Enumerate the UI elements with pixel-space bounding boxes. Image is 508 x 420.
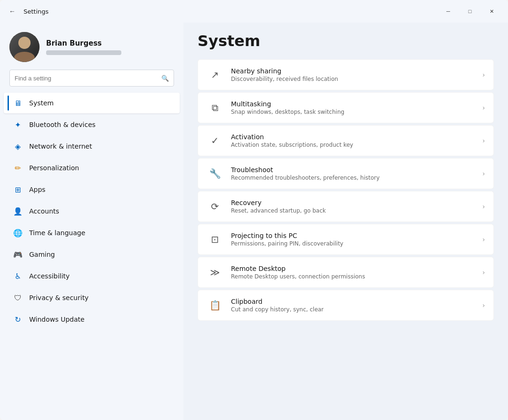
remote-desktop-text: Remote Desktop Remote Desktop users, con… bbox=[231, 265, 475, 280]
nav-apps[interactable]: ⊞ Apps bbox=[4, 179, 180, 200]
search-input[interactable] bbox=[15, 75, 158, 82]
user-info: Brian Burgess bbox=[46, 39, 121, 55]
remote-desktop-icon: ≫ bbox=[206, 264, 223, 281]
nav-icon-gaming: 🎮 bbox=[13, 250, 23, 259]
troubleshoot-title: Troubleshoot bbox=[231, 166, 475, 174]
setting-recovery[interactable]: ⟳ Recovery Reset, advanced startup, go b… bbox=[198, 191, 494, 222]
nearby-sharing-chevron: › bbox=[482, 71, 485, 79]
window-title: Settings bbox=[24, 8, 48, 15]
setting-remote-desktop[interactable]: ≫ Remote Desktop Remote Desktop users, c… bbox=[198, 257, 494, 288]
multitasking-chevron: › bbox=[482, 104, 485, 111]
activation-text: Activation Activation state, subscriptio… bbox=[231, 133, 475, 148]
remote-desktop-desc: Remote Desktop users, connection permiss… bbox=[231, 273, 475, 280]
recovery-chevron: › bbox=[482, 203, 485, 210]
clipboard-desc: Cut and copy history, sync, clear bbox=[231, 306, 475, 313]
close-button[interactable]: ✕ bbox=[481, 4, 502, 19]
clipboard-icon: 📋 bbox=[206, 297, 223, 314]
nav-label-privacy: Privacy & security bbox=[29, 294, 88, 301]
nav-icon-personalization: ✏ bbox=[13, 163, 23, 173]
maximize-button[interactable]: □ bbox=[459, 4, 481, 19]
nav-icon-bluetooth: ✦ bbox=[13, 120, 23, 129]
nav-system[interactable]: 🖥 System bbox=[4, 93, 180, 113]
setting-nearby-sharing[interactable]: ↗ Nearby sharing Discoverability, receiv… bbox=[198, 59, 494, 90]
troubleshoot-desc: Recommended troubleshooters, preferences… bbox=[231, 174, 475, 181]
avatar-image bbox=[9, 32, 40, 62]
nav-personalization[interactable]: ✏ Personalization bbox=[4, 158, 180, 178]
activation-icon: ✓ bbox=[206, 132, 223, 149]
nav-label-network: Network & internet bbox=[29, 143, 92, 150]
nav-time[interactable]: 🌐 Time & language bbox=[4, 222, 180, 243]
projecting-chevron: › bbox=[482, 236, 485, 243]
nav-accessibility[interactable]: ♿ Accessibility bbox=[4, 266, 180, 286]
activation-desc: Activation state, subscriptions, product… bbox=[231, 142, 475, 148]
remote-desktop-title: Remote Desktop bbox=[231, 265, 475, 272]
projecting-title: Projecting to this PC bbox=[231, 232, 475, 239]
minimize-button[interactable]: ─ bbox=[437, 4, 459, 19]
search-box[interactable]: 🔍 bbox=[9, 70, 174, 87]
activation-chevron: › bbox=[482, 137, 485, 144]
troubleshoot-text: Troubleshoot Recommended troubleshooters… bbox=[231, 166, 475, 181]
nav-network[interactable]: ◈ Network & internet bbox=[4, 136, 180, 157]
setting-clipboard[interactable]: 📋 Clipboard Cut and copy history, sync, … bbox=[198, 290, 494, 321]
main-content: System ↗ Nearby sharing Discoverability,… bbox=[183, 23, 508, 420]
setting-multitasking[interactable]: ⧉ Multitasking Snap windows, desktops, t… bbox=[198, 92, 494, 123]
nav-icon-time: 🌐 bbox=[13, 228, 23, 238]
activation-title: Activation bbox=[231, 133, 475, 141]
clipboard-text: Clipboard Cut and copy history, sync, cl… bbox=[231, 298, 475, 313]
nav-icon-update: ↻ bbox=[13, 315, 23, 324]
nav-label-accessibility: Accessibility bbox=[29, 272, 70, 280]
troubleshoot-icon: 🔧 bbox=[206, 165, 223, 182]
nav-label-system: System bbox=[29, 99, 54, 107]
nav-icon-network: ◈ bbox=[13, 142, 23, 151]
nav-icon-accounts: 👤 bbox=[13, 206, 23, 216]
nav-label-gaming: Gaming bbox=[29, 251, 55, 258]
window-controls: ─ □ ✕ bbox=[437, 4, 502, 19]
nav-label-personalization: Personalization bbox=[29, 164, 79, 172]
recovery-desc: Reset, advanced startup, go back bbox=[231, 207, 475, 214]
content-area: Brian Burgess 🔍 🖥 System ✦ Bluetooth & d… bbox=[0, 23, 508, 420]
nav-privacy[interactable]: 🛡 Privacy & security bbox=[4, 287, 180, 308]
nearby-sharing-text: Nearby sharing Discoverability, received… bbox=[231, 67, 475, 82]
nav-label-update: Windows Update bbox=[29, 316, 85, 323]
nav-label-apps: Apps bbox=[29, 186, 46, 193]
clipboard-chevron: › bbox=[482, 301, 485, 309]
recovery-title: Recovery bbox=[231, 199, 475, 206]
setting-projecting[interactable]: ⊡ Projecting to this PC Permissions, pai… bbox=[198, 224, 494, 255]
multitasking-text: Multitasking Snap windows, desktops, tas… bbox=[231, 100, 475, 115]
main-scroll: System ↗ Nearby sharing Discoverability,… bbox=[183, 23, 508, 420]
clipboard-title: Clipboard bbox=[231, 298, 475, 305]
nearby-sharing-title: Nearby sharing bbox=[231, 67, 475, 75]
nav-bluetooth[interactable]: ✦ Bluetooth & devices bbox=[4, 114, 180, 135]
nav-update[interactable]: ↻ Windows Update bbox=[4, 309, 180, 330]
titlebar: ← Settings ─ □ ✕ bbox=[0, 0, 508, 23]
page-title: System bbox=[198, 32, 494, 50]
nav-label-accounts: Accounts bbox=[29, 207, 59, 215]
remote-desktop-chevron: › bbox=[482, 269, 485, 276]
nearby-sharing-desc: Discoverability, received files location bbox=[231, 76, 475, 82]
sidebar: Brian Burgess 🔍 🖥 System ✦ Bluetooth & d… bbox=[0, 23, 183, 420]
nav-icon-apps: ⊞ bbox=[13, 185, 23, 194]
projecting-desc: Permissions, pairing PIN, discoverabilit… bbox=[231, 240, 475, 247]
user-name: Brian Burgess bbox=[46, 39, 121, 48]
nav-gaming[interactable]: 🎮 Gaming bbox=[4, 244, 180, 265]
troubleshoot-chevron: › bbox=[482, 170, 485, 177]
nav-icon-system: 🖥 bbox=[13, 98, 23, 108]
multitasking-desc: Snap windows, desktops, task switching bbox=[231, 109, 475, 115]
recovery-text: Recovery Reset, advanced startup, go bac… bbox=[231, 199, 475, 214]
avatar bbox=[9, 32, 40, 62]
nearby-sharing-icon: ↗ bbox=[206, 66, 223, 83]
titlebar-left: ← Settings bbox=[6, 5, 48, 18]
setting-troubleshoot[interactable]: 🔧 Troubleshoot Recommended troubleshoote… bbox=[198, 158, 494, 189]
settings-window: ← Settings ─ □ ✕ Brian Burgess bbox=[0, 0, 508, 420]
projecting-text: Projecting to this PC Permissions, pairi… bbox=[231, 232, 475, 247]
nav-icon-accessibility: ♿ bbox=[13, 271, 23, 281]
nav-accounts[interactable]: 👤 Accounts bbox=[4, 201, 180, 222]
back-button[interactable]: ← bbox=[6, 5, 19, 18]
setting-activation[interactable]: ✓ Activation Activation state, subscript… bbox=[198, 125, 494, 156]
multitasking-icon: ⧉ bbox=[206, 99, 223, 116]
user-section: Brian Burgess bbox=[0, 23, 183, 70]
recovery-icon: ⟳ bbox=[206, 198, 223, 215]
nav-label-time: Time & language bbox=[29, 229, 85, 237]
multitasking-title: Multitasking bbox=[231, 100, 475, 108]
projecting-icon: ⊡ bbox=[206, 231, 223, 248]
